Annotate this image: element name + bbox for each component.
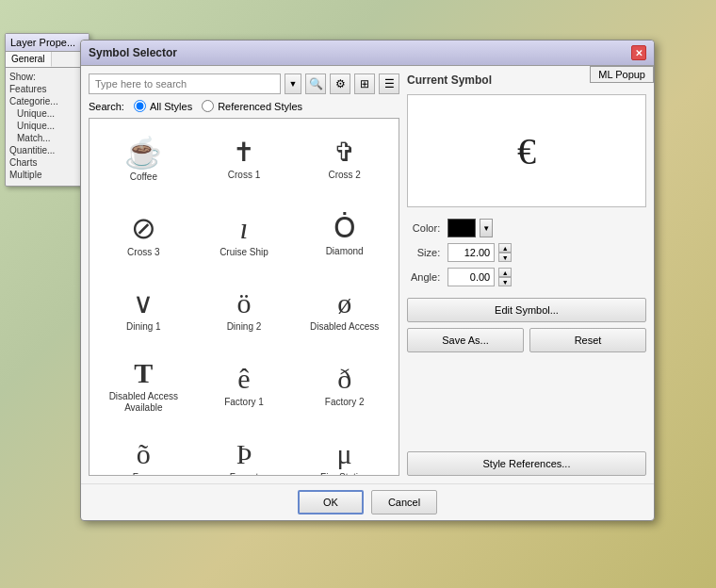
ok-button[interactable]: OK bbox=[298, 490, 364, 514]
cross1-icon: ✝ bbox=[233, 139, 254, 166]
search-row: ▼ 🔍 ⚙ ⊞ ☰ bbox=[89, 74, 399, 94]
color-swatch[interactable] bbox=[448, 219, 476, 237]
cross2-icon: ✞ bbox=[334, 139, 355, 166]
properties-grid: Color: ▼ Size: ▲ ▼ Angle: bbox=[407, 215, 646, 290]
angle-label: Angle: bbox=[411, 271, 440, 283]
ml-popup-tab[interactable]: ML Popup bbox=[590, 66, 654, 83]
cross2-label: Cross 2 bbox=[328, 170, 360, 181]
angle-down-button[interactable]: ▼ bbox=[498, 277, 512, 286]
symbol-coffee[interactable]: ☕ Coffee bbox=[93, 122, 194, 198]
diamond-icon: Ȯ bbox=[334, 214, 356, 242]
search-dropdown-button[interactable]: ▼ bbox=[285, 74, 301, 94]
search-button[interactable]: 🔍 bbox=[305, 74, 326, 94]
disabled-access-icon: ø bbox=[337, 289, 351, 318]
factory2-icon: ð bbox=[337, 365, 351, 393]
cross3-icon: ⊘ bbox=[131, 213, 156, 243]
symbol-disabled-access-available[interactable]: T Disabled AccessAvailable bbox=[93, 349, 194, 424]
symbol-grid: ☕ Coffee ✝ Cross 1 ✞ Cross 2 ⊘ Cross 3 bbox=[90, 119, 399, 476]
size-down-button[interactable]: ▼ bbox=[498, 253, 512, 262]
layer-props-tabs: General bbox=[6, 52, 89, 68]
factory1-icon: ê bbox=[237, 365, 250, 393]
cross1-label: Cross 1 bbox=[228, 170, 260, 181]
symbol-selector-dialog: Symbol Selector ✕ ML Popup ▼ 🔍 ⚙ ⊞ ☰ Sea… bbox=[80, 40, 655, 521]
item-unique1[interactable]: Unique... bbox=[9, 108, 85, 119]
item-quantities[interactable]: Quantitie... bbox=[9, 145, 85, 155]
diamond-label: Diamond bbox=[326, 246, 364, 257]
cancel-button[interactable]: Cancel bbox=[371, 490, 437, 514]
reset-button[interactable]: Reset bbox=[529, 328, 646, 352]
color-value-row: ▼ bbox=[448, 219, 643, 237]
style-references-button[interactable]: Style References... bbox=[407, 451, 646, 476]
spacer bbox=[407, 360, 646, 444]
all-styles-radio[interactable]: All Styles bbox=[134, 100, 192, 112]
coffee-icon: ☕ bbox=[124, 138, 162, 168]
factory1-label: Factory 1 bbox=[224, 397, 264, 408]
dialog-footer: OK Cancel bbox=[81, 483, 654, 520]
firestation-label: Fire Station bbox=[320, 472, 368, 476]
dialog-title: Symbol Selector bbox=[89, 46, 177, 59]
current-symbol-section: Current Symbol € bbox=[407, 74, 646, 207]
symbol-firestation[interactable]: μ Fire Station bbox=[294, 424, 395, 476]
filter-button[interactable]: ⚙ bbox=[330, 74, 350, 94]
close-button[interactable]: ✕ bbox=[631, 45, 646, 60]
cross3-label: Cross 3 bbox=[127, 247, 159, 258]
all-styles-label: All Styles bbox=[150, 101, 192, 112]
layer-props-title: Layer Prope... bbox=[6, 34, 89, 52]
color-dropdown-button[interactable]: ▼ bbox=[480, 219, 493, 237]
size-up-button[interactable]: ▲ bbox=[498, 243, 512, 253]
firestation-icon: μ bbox=[337, 440, 352, 468]
disabled-access-label: Disabled Access bbox=[310, 321, 379, 333]
cruiseship-label: Cruise Ship bbox=[220, 247, 268, 258]
symbol-farm[interactable]: õ Farm bbox=[93, 424, 194, 476]
angle-spinner[interactable]: ▲ ▼ bbox=[498, 268, 512, 286]
item-unique2[interactable]: Unique... bbox=[9, 121, 85, 131]
right-panel: Current Symbol € Color: ▼ Size: ▲ ▼ bbox=[407, 74, 646, 476]
angle-value-row: ▲ ▼ bbox=[448, 268, 643, 286]
angle-up-button[interactable]: ▲ bbox=[498, 268, 512, 277]
faucet-label: Faucet bbox=[230, 472, 259, 476]
symbol-cross3[interactable]: ⊘ Cross 3 bbox=[93, 198, 194, 273]
item-match[interactable]: Match... bbox=[9, 133, 85, 143]
farm-label: Farm bbox=[133, 472, 155, 476]
item-multiple[interactable]: Multiple bbox=[9, 170, 85, 180]
symbol-diamond[interactable]: Ȯ Diamond bbox=[294, 198, 395, 273]
dining1-label: Dining 1 bbox=[126, 321, 161, 333]
cruiseship-icon: ı bbox=[240, 213, 249, 243]
size-spinner[interactable]: ▲ ▼ bbox=[498, 243, 512, 262]
disabled-access-available-icon: T bbox=[134, 359, 153, 387]
symbol-dining2[interactable]: ö Dining 2 bbox=[194, 273, 295, 349]
save-as-button[interactable]: Save As... bbox=[407, 328, 524, 352]
farm-icon: õ bbox=[137, 440, 151, 468]
search-input[interactable] bbox=[89, 74, 281, 94]
grid-view-button[interactable]: ⊞ bbox=[354, 74, 375, 94]
tab-general[interactable]: General bbox=[6, 52, 52, 67]
symbol-cruiseship[interactable]: ı Cruise Ship bbox=[194, 198, 295, 273]
item-features[interactable]: Features bbox=[9, 84, 85, 94]
factory2-label: Factory 2 bbox=[325, 397, 365, 408]
edit-symbol-button[interactable]: Edit Symbol... bbox=[407, 298, 646, 322]
symbol-grid-container[interactable]: ☕ Coffee ✝ Cross 1 ✞ Cross 2 ⊘ Cross 3 bbox=[89, 118, 399, 476]
dialog-body: ▼ 🔍 ⚙ ⊞ ☰ Search: All Styles Referenced … bbox=[81, 66, 654, 483]
symbol-disabled-access[interactable]: ø Disabled Access bbox=[294, 273, 395, 349]
referenced-styles-radio[interactable]: Referenced Styles bbox=[202, 100, 302, 112]
angle-input[interactable] bbox=[448, 268, 495, 286]
dining1-icon: ∨ bbox=[133, 289, 154, 318]
symbol-cross2[interactable]: ✞ Cross 2 bbox=[294, 122, 395, 198]
symbol-dining1[interactable]: ∨ Dining 1 bbox=[93, 273, 194, 349]
size-label: Size: bbox=[411, 247, 440, 258]
action-buttons: Edit Symbol... Save As... Reset bbox=[407, 298, 646, 352]
symbol-factory2[interactable]: ð Factory 2 bbox=[294, 349, 395, 424]
symbol-faucet[interactable]: Þ Faucet bbox=[194, 424, 295, 476]
save-reset-row: Save As... Reset bbox=[407, 328, 646, 352]
item-charts[interactable]: Charts bbox=[9, 157, 85, 168]
list-view-button[interactable]: ☰ bbox=[379, 74, 399, 94]
symbol-cross1[interactable]: ✝ Cross 1 bbox=[194, 122, 295, 198]
referenced-styles-label: Referenced Styles bbox=[218, 101, 302, 112]
item-categorie[interactable]: Categorie... bbox=[9, 96, 85, 106]
coffee-label: Coffee bbox=[130, 172, 157, 183]
dining2-label: Dining 2 bbox=[227, 321, 262, 333]
symbol-factory1[interactable]: ê Factory 1 bbox=[194, 349, 295, 424]
size-input[interactable] bbox=[448, 243, 495, 262]
current-symbol-preview-box: € bbox=[407, 94, 646, 207]
search-label-row: Search: All Styles Referenced Styles bbox=[89, 100, 399, 112]
